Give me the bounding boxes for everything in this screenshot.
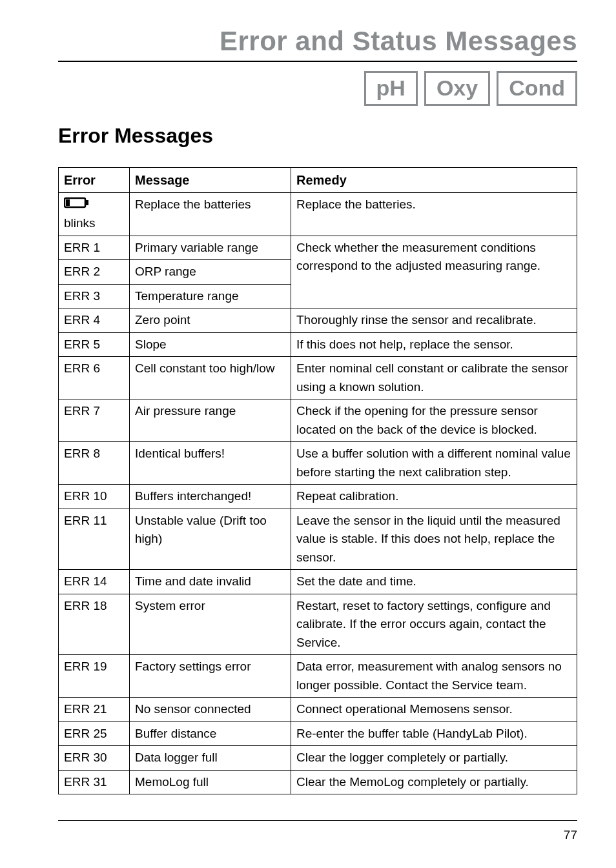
cell-remedy: Use a buffer solution with a different n… — [291, 442, 577, 485]
bottom-rule — [58, 820, 577, 821]
table-row: ERR 21 No sensor connected Connect opera… — [59, 698, 577, 722]
cell-remedy: Connect operational Memosens sensor. — [291, 698, 577, 722]
cell-msg: No sensor connected — [130, 698, 291, 722]
cell-error: ERR 6 — [59, 357, 130, 399]
svg-rect-1 — [85, 200, 88, 205]
cell-error: ERR 2 — [59, 260, 130, 285]
cell-remedy: Data error, measurement with analog sens… — [291, 655, 577, 698]
cell-msg: Identical buffers! — [130, 442, 291, 485]
page-title: Error and Status Messages — [58, 26, 577, 57]
cell-msg: System error — [130, 594, 291, 655]
cell-msg: Buffers interchanged! — [130, 485, 291, 509]
cell-remedy: Check whether the measurement conditions… — [291, 236, 577, 308]
cell-error: ERR 1 — [59, 236, 130, 260]
cell-error: ERR 10 — [59, 485, 130, 509]
cell-remedy: Clear the logger completely or partially… — [291, 746, 577, 771]
svg-rect-2 — [66, 199, 70, 206]
tag-row: pH Oxy Cond — [58, 71, 577, 106]
table-row: ERR 11 Unstable value (Drift too high) L… — [59, 509, 577, 570]
table-row: ERR 14 Time and date invalid Set the dat… — [59, 570, 577, 594]
header-message: Message — [130, 168, 291, 193]
cell-remedy: Clear the MemoLog completely or partiall… — [291, 770, 577, 794]
table-row: ERR 18 System error Restart, reset to fa… — [59, 594, 577, 655]
cell-msg: Buffer distance — [130, 722, 291, 746]
cell-error: ERR 7 — [59, 399, 130, 442]
cell-remedy: Leave the sensor in the liquid until the… — [291, 509, 577, 570]
table-row: blinks Replace the batteries Replace the… — [59, 193, 577, 236]
cell-remedy: Enter nominal cell constant or calibrate… — [291, 357, 577, 399]
header-error: Error — [59, 168, 130, 193]
cell-error: ERR 14 — [59, 570, 130, 594]
table-header-row: Error Message Remedy — [59, 168, 577, 193]
table-row: ERR 25 Buffer distance Re-enter the buff… — [59, 722, 577, 746]
cell-msg-battery: Replace the batteries — [130, 193, 291, 236]
table-row: ERR 8 Identical buffers! Use a buffer so… — [59, 442, 577, 485]
table-row: ERR 31 MemoLog full Clear the MemoLog co… — [59, 770, 577, 794]
cell-msg: Data logger full — [130, 746, 291, 771]
cell-error: ERR 18 — [59, 594, 130, 655]
cell-msg: Time and date invalid — [130, 570, 291, 594]
cell-error: ERR 31 — [59, 770, 130, 794]
cell-error: ERR 8 — [59, 442, 130, 485]
section-subtitle: Error Messages — [58, 124, 577, 148]
table-row: ERR 1 Primary variable range Check wheth… — [59, 236, 577, 260]
table-row: ERR 19 Factory settings error Data error… — [59, 655, 577, 698]
cell-msg: MemoLog full — [130, 770, 291, 794]
error-table: Error Message Remedy blinks — [58, 167, 577, 794]
tag-oxy: Oxy — [424, 71, 490, 106]
cell-msg: Air pressure range — [130, 399, 291, 442]
cell-error: ERR 11 — [59, 509, 130, 570]
cell-error: ERR 5 — [59, 332, 130, 357]
cell-msg: Zero point — [130, 308, 291, 333]
table-row: ERR 4 Zero point Thoroughly rinse the se… — [59, 308, 577, 333]
cell-msg: Slope — [130, 332, 291, 357]
cell-error: ERR 25 — [59, 722, 130, 746]
cell-msg: Cell constant too high/low — [130, 357, 291, 399]
cell-error: ERR 30 — [59, 746, 130, 771]
table-row: ERR 5 Slope If this does not help, repla… — [59, 332, 577, 357]
cell-remedy: Thoroughly rinse the sensor and recalibr… — [291, 308, 577, 333]
cell-remedy: Check if the opening for the pressure se… — [291, 399, 577, 442]
cell-remedy: Repeat calibration. — [291, 485, 577, 509]
cell-error: ERR 3 — [59, 284, 130, 308]
battery-icon — [64, 196, 90, 215]
cell-remedy-battery: Replace the batteries. — [291, 193, 577, 236]
page-number: 77 — [564, 828, 577, 842]
cell-msg: Primary variable range — [130, 236, 291, 260]
cell-error: ERR 21 — [59, 698, 130, 722]
cell-msg: Unstable value (Drift too high) — [130, 509, 291, 570]
cell-msg: Factory settings error — [130, 655, 291, 698]
table-row: ERR 10 Buffers interchanged! Repeat cali… — [59, 485, 577, 509]
header-remedy: Remedy — [291, 168, 577, 193]
page-container: Error and Status Messages pH Oxy Cond Er… — [0, 0, 616, 868]
cell-msg: Temperature range — [130, 284, 291, 308]
cell-remedy: Restart, reset to factory settings, conf… — [291, 594, 577, 655]
cell-error: ERR 19 — [59, 655, 130, 698]
table-row: ERR 7 Air pressure range Check if the op… — [59, 399, 577, 442]
tag-ph: pH — [364, 71, 418, 106]
cell-remedy: Set the date and time. — [291, 570, 577, 594]
table-row: ERR 6 Cell constant too high/low Enter n… — [59, 357, 577, 399]
cell-msg: ORP range — [130, 260, 291, 285]
cell-remedy: If this does not help, replace the senso… — [291, 332, 577, 357]
title-rule — [58, 61, 577, 62]
tag-cond: Cond — [497, 71, 577, 106]
battery-blinks-label: blinks — [64, 216, 96, 230]
table-row: ERR 30 Data logger full Clear the logger… — [59, 746, 577, 771]
cell-error: ERR 4 — [59, 308, 130, 333]
cell-error-battery: blinks — [59, 193, 130, 236]
cell-remedy: Re-enter the buffer table (HandyLab Pilo… — [291, 722, 577, 746]
